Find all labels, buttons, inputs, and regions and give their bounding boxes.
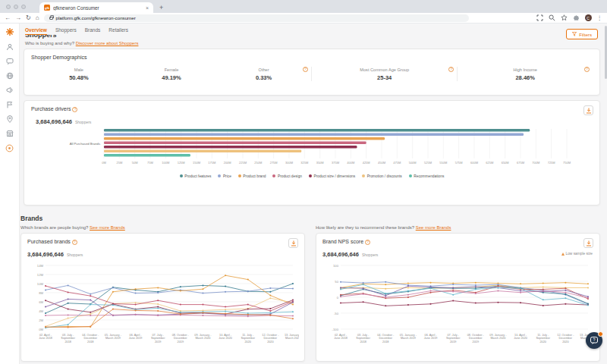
svg-text:625M: 625M [486,161,493,165]
svg-text:-50: -50 [334,311,339,315]
home-icon[interactable]: ⌂ [36,14,39,22]
brand-nps-line-chart: 100500-50-10002. April -June 201803. Jul… [322,259,594,355]
purchased-brands-card: Purchased brands 3,684,696,646 Shoppers … [20,233,305,362]
purchase-drivers-bar-chart: 0M25M50M75M100M125M150M175M200M225M250M2… [31,127,594,169]
extensions-puzzle-icon[interactable] [573,14,580,21]
url-bar[interactable]: platform.gfk.com/gfknewron-consumer [44,14,469,22]
warning-triangle-icon [561,253,565,256]
svg-text:12M: 12M [37,272,44,276]
svg-text:650M: 650M [502,161,509,165]
download-button[interactable] [288,238,298,248]
legend-item: Promotion / discounts [362,174,402,178]
tab-search-icon[interactable] [536,14,543,21]
reload-icon[interactable]: ↻ [26,14,31,22]
download-button[interactable] [583,105,593,115]
browser-menu-icon[interactable]: ⋮ [597,14,603,21]
page-scrollbar[interactable] [604,24,607,364]
svg-text:10. April -June 2020: 10. April -June 2020 [514,334,527,340]
notification-badge [598,331,603,337]
svg-text:50M: 50M [132,161,138,165]
browser-tab[interactable]: gfk gfknewron Consumer × [39,2,153,13]
svg-text:-100: -100 [332,327,339,331]
download-icon [586,108,592,114]
tab-overview[interactable]: Overview [25,27,47,35]
profile-avatar[interactable]: C [585,14,592,21]
svg-text:725M: 725M [548,161,555,165]
close-tab-icon[interactable]: × [146,5,149,11]
browser-tab-title: gfknewron Consumer [53,5,143,11]
demographics-stats: Male 50.48% Female 49.19% Other 0.33% [31,67,593,81]
legend-item: Product brand [238,174,266,178]
svg-text:08. October -December2019: 08. October -December2019 [172,334,190,344]
back-icon[interactable]: ← [5,14,11,22]
brand-nps-column: How likely are they to recommend these b… [316,225,600,362]
shopper-icon[interactable] [6,43,14,51]
maximize-window-button[interactable] [21,5,26,9]
download-button[interactable] [583,238,593,248]
legend-dot [272,174,275,177]
svg-text:150M: 150M [193,161,200,165]
svg-text:02. April -June 2018: 02. April -June 2018 [334,334,348,340]
location-pin-icon[interactable] [6,115,14,123]
svg-text:425M: 425M [363,161,370,165]
svg-text:14M: 14M [37,263,44,267]
svg-text:04. October -December2018: 04. October -December2018 [82,334,99,344]
svg-text:05. January -March 2019: 05. January -March 2019 [105,334,122,340]
legend-item: Recommendations [409,174,445,178]
svg-text:475M: 475M [393,161,401,165]
tab-brands[interactable]: Brands [85,27,101,34]
svg-text:8M: 8M [39,290,43,294]
brand-nps-title: Brand NPS score [322,239,593,245]
svg-text:375M: 375M [332,161,339,165]
stat-age-group: Most Common Age Group 25-34 [312,67,458,81]
globe-icon[interactable] [6,72,14,80]
bookmark-star-icon[interactable] [561,14,568,21]
svg-text:4M: 4M [39,309,43,312]
new-tab-button[interactable]: + [159,4,163,11]
legend-dot [238,174,241,177]
help-fab-button[interactable]: ? [586,332,602,349]
info-icon[interactable] [303,67,308,72]
search-icon[interactable] [549,14,555,21]
help-circle-icon[interactable] [5,144,14,152]
discover-shoppers-link[interactable]: Discover more about Shoppers [76,41,139,46]
shopper-count-row: 3,684,696,646 Shoppers [36,118,593,125]
close-window-button[interactable] [6,5,11,9]
svg-text:2M: 2M [39,318,43,322]
info-icon[interactable] [365,240,370,245]
tab-retailers[interactable]: Retailers [109,27,128,34]
svg-text:675M: 675M [517,161,524,165]
svg-text:6M: 6M [39,300,43,303]
window-controls[interactable] [6,0,26,13]
purchase-drivers-legend: Product featuresPriceProduct brandProduc… [31,174,593,178]
minimize-window-button[interactable] [14,5,18,9]
see-more-brands-link[interactable]: See more Brands [90,225,125,230]
shopper-demographics-card: Shopper Demographics Male 50.48% Female … [24,49,600,96]
info-icon[interactable] [72,107,77,112]
tab-shoppers[interactable]: Shoppers [55,27,77,34]
svg-text:All Purchased Brands: All Purchased Brands [70,141,100,145]
store-icon[interactable] [6,130,14,137]
forward-icon[interactable]: → [15,14,21,22]
svg-text:750M: 750M [563,161,571,165]
see-more-brands-link[interactable]: See more Brands [416,225,451,230]
info-icon[interactable] [72,240,77,245]
svg-text:275M: 275M [270,161,278,165]
flag-icon[interactable] [6,101,14,108]
gfk-logo[interactable] [5,27,14,36]
browser-toolbar: ← → ↻ ⌂ platform.gfk.com/gfknewron-consu… [0,13,607,24]
stat-other: Other 0.33% [216,67,312,81]
stat-high-income: High Income 28.46% [458,67,593,81]
svg-text:10M: 10M [37,281,44,285]
shopper-count-suffix: Shoppers [75,120,91,124]
info-icon[interactable] [584,67,590,72]
purchased-brands-intro: Which brands are people buying? See more… [20,225,305,230]
svg-text:100M: 100M [162,161,169,165]
chat-icon[interactable] [6,58,14,65]
svg-text:0M: 0M [102,161,106,165]
megaphone-icon[interactable] [6,86,14,94]
svg-text:500M: 500M [409,161,417,165]
legend-item: Product size / dimensions [309,174,355,178]
scrollbar-thumb[interactable] [605,26,607,79]
legend-dot [180,174,183,177]
